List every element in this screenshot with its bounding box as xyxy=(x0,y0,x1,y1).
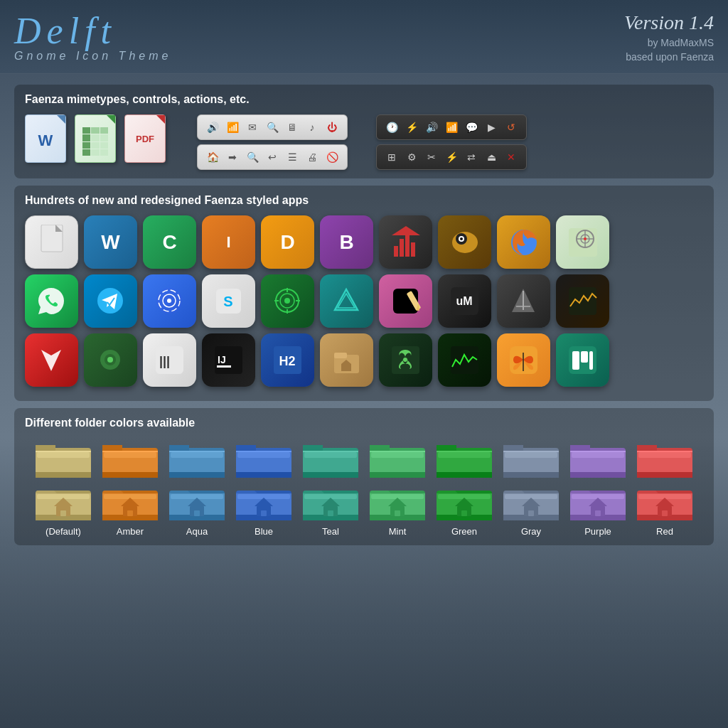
app-biohazard[interactable] xyxy=(379,333,432,387)
folder-bottom-default[interactable] xyxy=(31,481,95,523)
svg-rect-3 xyxy=(400,239,404,257)
app-draw[interactable]: D xyxy=(261,215,314,269)
app-cinnamon[interactable] xyxy=(84,333,137,387)
close-icon: ✕ xyxy=(503,149,519,165)
app-writer[interactable]: W xyxy=(84,215,137,269)
apps-row-1: W C I D B xyxy=(25,215,703,269)
svg-rect-74 xyxy=(104,452,156,458)
svg-point-10 xyxy=(460,237,463,240)
app-agave[interactable] xyxy=(497,333,550,387)
folder-bottom-aqua[interactable] xyxy=(165,481,229,523)
folder-label-purple: Purple xyxy=(566,526,630,537)
folder-top-blue[interactable] xyxy=(232,438,296,481)
svg-rect-151 xyxy=(261,510,267,516)
svg-text:|||: ||| xyxy=(159,354,170,368)
svg-rect-172 xyxy=(461,510,467,516)
svg-rect-144 xyxy=(194,510,200,516)
app-gimp[interactable] xyxy=(438,215,491,269)
app-wire[interactable]: ||| xyxy=(143,333,196,387)
refresh-icon: ↺ xyxy=(503,119,519,135)
folder-top-mint[interactable] xyxy=(365,438,429,481)
app-audacity[interactable] xyxy=(379,215,432,269)
svg-text:H2: H2 xyxy=(279,354,295,368)
folder-bottom-red[interactable] xyxy=(633,481,697,523)
toolbar-light-2: 🏠 ➡ 🔍 ↩ ☰ 🖨 🚫 xyxy=(197,144,348,170)
toolbars-group: 🔊 📶 ✉ 🔍 🖥 ♪ ⏻ 🏠 ➡ 🔍 ↩ ☰ xyxy=(197,114,348,170)
svg-point-22 xyxy=(167,299,171,303)
folder-bottom-gray[interactable] xyxy=(499,481,563,523)
app-pencil[interactable] xyxy=(379,274,432,328)
faenza-area: W xyxy=(25,114,703,170)
app-impress[interactable]: I xyxy=(202,215,255,269)
app-manjaro[interactable] xyxy=(556,333,609,387)
app-smartgit[interactable] xyxy=(497,274,550,328)
mail-icon: ✉ xyxy=(245,119,260,135)
app-firefox[interactable] xyxy=(497,215,550,269)
forward-icon: ➡ xyxy=(225,149,240,165)
svg-rect-81 xyxy=(169,472,225,478)
svg-rect-4 xyxy=(405,235,410,257)
folder-top-red[interactable] xyxy=(633,438,697,481)
svg-marker-6 xyxy=(392,226,420,235)
app-whatsapp[interactable] xyxy=(25,274,78,328)
folder-bottom-teal[interactable] xyxy=(299,481,363,523)
folders-bottom-row xyxy=(25,481,703,523)
folder-top-aqua[interactable] xyxy=(165,438,229,481)
app-umplayer[interactable]: uM xyxy=(438,274,491,328)
file-icon-word: W xyxy=(25,114,69,166)
apps-row-2: S uM xyxy=(25,274,703,328)
folder-label-default: (Default) xyxy=(31,526,95,537)
folder-top-green[interactable] xyxy=(432,438,496,481)
signal-icon: 📶 xyxy=(225,119,240,135)
chat-icon: 💬 xyxy=(464,119,479,135)
svg-text:uM: uM xyxy=(456,295,472,307)
svg-rect-99 xyxy=(370,472,425,478)
version-section: Version 1.4 by MadMaxMS based upon Faenz… xyxy=(624,11,714,63)
folder-bottom-mint[interactable] xyxy=(365,481,429,523)
app-calc[interactable]: C xyxy=(143,215,196,269)
app-telegram[interactable] xyxy=(84,274,137,328)
bars-icon: 📶 xyxy=(444,119,459,135)
folder-top-purple[interactable] xyxy=(566,438,630,481)
svg-rect-193 xyxy=(662,510,668,516)
based-on-text: based upon Faenza xyxy=(624,51,714,63)
mime-icons: W xyxy=(25,114,168,166)
folder-top-gray[interactable] xyxy=(499,438,563,481)
svg-rect-54 xyxy=(334,353,347,358)
bluetooth-icon: ⚡ xyxy=(404,119,419,135)
folder-top-amber[interactable] xyxy=(98,438,162,481)
app-avereance[interactable] xyxy=(320,274,373,328)
app-maps[interactable] xyxy=(556,215,609,269)
svg-rect-5 xyxy=(411,242,415,257)
folder-top-default[interactable] xyxy=(31,438,95,481)
app-sysmon-green[interactable] xyxy=(438,333,491,387)
app-files[interactable] xyxy=(320,333,373,387)
folder-bottom-amber[interactable] xyxy=(98,481,162,523)
svg-rect-179 xyxy=(528,510,534,516)
folder-label-amber: Amber xyxy=(98,526,162,537)
app-heroic[interactable]: H2 xyxy=(261,333,314,387)
toolbar-light-1: 🔊 📶 ✉ 🔍 🖥 ♪ ⏻ xyxy=(197,114,348,140)
app-sysmon[interactable] xyxy=(556,274,609,328)
folder-bottom-green[interactable] xyxy=(432,481,496,523)
list-icon: ☰ xyxy=(284,149,300,165)
main-content: Faenza mimetypes, controls, actions, etc… xyxy=(0,74,728,563)
logo-section: Delft Gnome Icon Theme xyxy=(14,11,171,63)
faenza-title: Faenza mimetypes, controls, actions, etc… xyxy=(25,93,703,106)
app-blank[interactable] xyxy=(25,215,78,269)
file-icon-pdf: PDF xyxy=(124,114,168,166)
folder-top-teal[interactable] xyxy=(299,438,363,481)
gear-icon: ⚙ xyxy=(404,149,419,165)
app-base[interactable]: B xyxy=(320,215,373,269)
svg-point-17 xyxy=(584,237,587,240)
app-vivaldi[interactable] xyxy=(25,333,78,387)
app-intellij[interactable]: IJ xyxy=(202,333,255,387)
folder-bottom-blue[interactable] xyxy=(232,481,296,523)
folder-bottom-purple[interactable] xyxy=(566,481,630,523)
svg-rect-137 xyxy=(127,510,133,516)
app-skype[interactable]: S xyxy=(202,274,255,328)
folder-label-red: Red xyxy=(633,526,697,537)
svg-rect-116 xyxy=(572,452,624,458)
app-solaar[interactable] xyxy=(261,274,314,328)
app-signal[interactable] xyxy=(143,274,196,328)
